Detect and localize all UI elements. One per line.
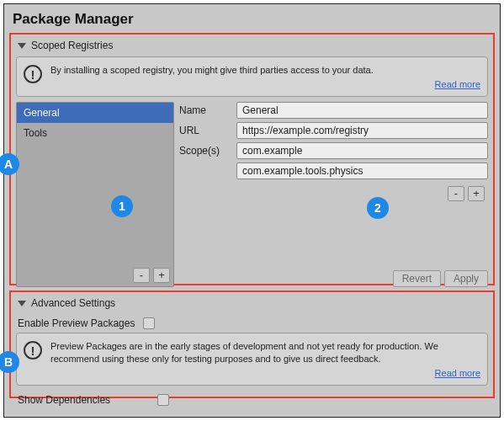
package-manager-panel: Package Manager Scoped Registries ! By i… <box>3 3 501 418</box>
name-row: Name <box>179 102 488 119</box>
name-input[interactable] <box>236 102 488 119</box>
scopes-label: Scope(s) <box>179 145 231 157</box>
revert-button[interactable]: Revert <box>393 270 441 287</box>
callout-marker-2: 2 <box>367 197 389 219</box>
scope-input-2[interactable] <box>236 163 488 179</box>
scoped-registries-section: Scoped Registries ! By installing a scop… <box>9 33 495 285</box>
registry-item-tools[interactable]: Tools <box>17 123 173 143</box>
scope-input-1[interactable] <box>236 142 488 159</box>
url-row: URL <box>179 122 488 139</box>
preview-info-text: Preview Packages are in the early stages… <box>50 341 438 364</box>
chevron-down-icon <box>18 43 26 49</box>
warning-icon: ! <box>24 65 42 83</box>
registry-remove-button[interactable]: - <box>133 268 150 283</box>
advanced-settings-section: Advanced Settings Enable Preview Package… <box>9 290 495 398</box>
advanced-settings-header: Advanced Settings <box>31 297 115 309</box>
url-label: URL <box>179 125 231 136</box>
registry-list-buttons: - + <box>17 264 173 286</box>
detail-actions: Revert Apply <box>179 268 488 287</box>
preview-infobox: ! Preview Packages are in the early stag… <box>16 333 488 386</box>
show-deps-label: Show Dependencies <box>18 394 110 406</box>
scopes-row-2 <box>236 163 488 179</box>
advanced-settings-foldout[interactable]: Advanced Settings <box>16 296 488 314</box>
info-body: Preview Packages are in the early stages… <box>50 340 480 380</box>
url-input[interactable] <box>236 122 488 139</box>
show-deps-checkbox[interactable] <box>157 394 169 406</box>
scope-remove-button[interactable]: - <box>448 186 464 201</box>
scope-add-button[interactable]: + <box>468 186 485 201</box>
enable-preview-checkbox[interactable] <box>143 317 155 329</box>
show-deps-row: Show Dependencies <box>16 391 488 409</box>
read-more-link[interactable]: Read more <box>50 78 480 91</box>
enable-preview-row: Enable Preview Packages <box>16 314 488 333</box>
apply-button[interactable]: Apply <box>444 270 488 287</box>
scoped-registries-header: Scoped Registries <box>31 40 113 51</box>
read-more-link[interactable]: Read more <box>50 367 480 380</box>
chevron-down-icon <box>18 301 26 306</box>
info-body: By installing a scoped registry, you mig… <box>50 64 480 91</box>
scope-buttons: - + <box>179 183 488 205</box>
scoped-registries-foldout[interactable]: Scoped Registries <box>16 38 488 56</box>
registry-list: General Tools - + <box>16 102 174 287</box>
info-text: By installing a scoped registry, you mig… <box>50 65 374 75</box>
registry-item-general[interactable]: General <box>17 103 173 123</box>
scoped-registries-infobox: ! By installing a scoped registry, you m… <box>16 56 488 97</box>
scopes-row: Scope(s) <box>179 142 488 159</box>
registry-detail: Name URL Scope(s) - + <box>179 102 488 287</box>
enable-preview-label: Enable Preview Packages <box>18 317 135 329</box>
registry-add-button[interactable]: + <box>153 268 170 283</box>
name-label: Name <box>179 104 231 116</box>
panel-title: Package Manager <box>9 8 495 33</box>
warning-icon: ! <box>24 341 42 360</box>
scoped-columns: General Tools - + Name URL <box>16 102 488 287</box>
callout-marker-1: 1 <box>111 195 133 217</box>
